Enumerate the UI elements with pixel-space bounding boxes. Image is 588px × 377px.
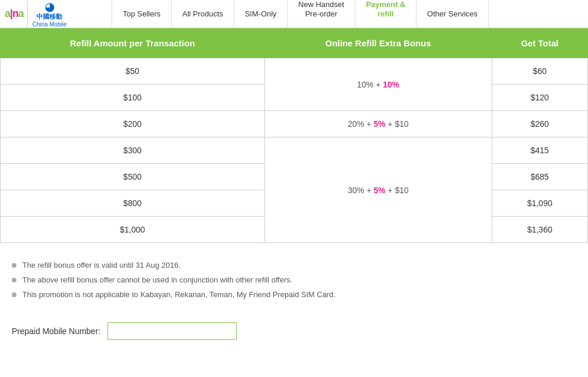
total-cell: $415 bbox=[492, 137, 587, 164]
nav-items: Top Sellers All Products SIM-Only New Ha… bbox=[112, 0, 583, 28]
prepaid-label: Prepaid Mobile Number: bbox=[12, 326, 100, 336]
logo-area: a|na ◕ 中國移動 China Mobile bbox=[5, 1, 105, 28]
note-item: The above refill bonus offer cannot be u… bbox=[12, 275, 576, 284]
note-item: The refill bonus offer is valid until 31… bbox=[12, 261, 576, 270]
table-row: $300 30% + 5% + $10 $415 bbox=[1, 137, 588, 164]
china-mobile-logo: ◕ 中國移動 China Mobile bbox=[27, 1, 66, 28]
nav-item-sim-only[interactable]: SIM-Only bbox=[234, 0, 287, 28]
main-content: Refill Amount per Transaction Online Ref… bbox=[0, 28, 588, 358]
amount-cell: $800 bbox=[1, 190, 265, 217]
total-cell: $1,090 bbox=[492, 190, 587, 217]
amount-cell: $100 bbox=[1, 85, 265, 111]
navbar: a|na ◕ 中國移動 China Mobile Top Sellers All… bbox=[0, 0, 588, 28]
note-bullet bbox=[12, 292, 16, 297]
nav-item-other-services[interactable]: Other Services bbox=[416, 0, 489, 28]
notes-section: The refill bonus offer is valid until 31… bbox=[0, 255, 588, 317]
total-cell: $120 bbox=[492, 85, 587, 111]
note-text: The above refill bonus offer cannot be u… bbox=[22, 275, 293, 284]
china-mobile-name-en: China Mobile bbox=[32, 21, 66, 28]
table-row: $50 10% + 10% $60 bbox=[1, 58, 588, 85]
total-cell: $260 bbox=[492, 111, 587, 137]
amount-cell: $50 bbox=[1, 58, 265, 85]
note-item: This promotion is not applicable to Kaba… bbox=[12, 290, 576, 299]
col-header-amount: Refill Amount per Transaction bbox=[1, 29, 265, 58]
nav-item-new-handset[interactable]: New Handset Pre-order bbox=[287, 0, 355, 28]
note-bullet bbox=[12, 263, 16, 268]
amount-cell: $500 bbox=[1, 164, 265, 190]
col-header-total: Get Total bbox=[492, 29, 587, 58]
china-mobile-icon: ◕ bbox=[45, 1, 55, 12]
amount-cell: $300 bbox=[1, 137, 265, 164]
amount-cell: $1,000 bbox=[1, 217, 265, 243]
nav-item-payment-refill[interactable]: Payment & refill bbox=[355, 0, 416, 28]
table-row: $200 20% + 5% + $10 $260 bbox=[1, 111, 588, 137]
total-cell: $60 bbox=[492, 58, 587, 85]
note-text: The refill bonus offer is valid until 31… bbox=[22, 261, 180, 270]
nav-item-all-products[interactable]: All Products bbox=[171, 0, 233, 28]
prepaid-number-input[interactable] bbox=[107, 322, 237, 340]
note-bullet bbox=[12, 278, 16, 282]
refill-table: Refill Amount per Transaction Online Ref… bbox=[0, 28, 588, 243]
china-mobile-name-cn: 中國移動 bbox=[36, 12, 62, 21]
note-text: This promotion is not applicable to Kaba… bbox=[22, 290, 335, 299]
prepaid-section: Prepaid Mobile Number: bbox=[0, 317, 588, 346]
bonus-cell: 10% + 10% bbox=[264, 58, 492, 111]
amount-cell: $200 bbox=[1, 111, 265, 137]
bonus-cell: 30% + 5% + $10 bbox=[264, 137, 492, 243]
bonus-cell: 20% + 5% + $10 bbox=[264, 111, 492, 137]
col-header-bonus: Online Refill Extra Bonus bbox=[264, 29, 492, 58]
ana-logo: a|na bbox=[5, 8, 23, 20]
nav-item-top-sellers[interactable]: Top Sellers bbox=[112, 0, 171, 28]
total-cell: $1,360 bbox=[492, 217, 587, 243]
total-cell: $685 bbox=[492, 164, 587, 190]
